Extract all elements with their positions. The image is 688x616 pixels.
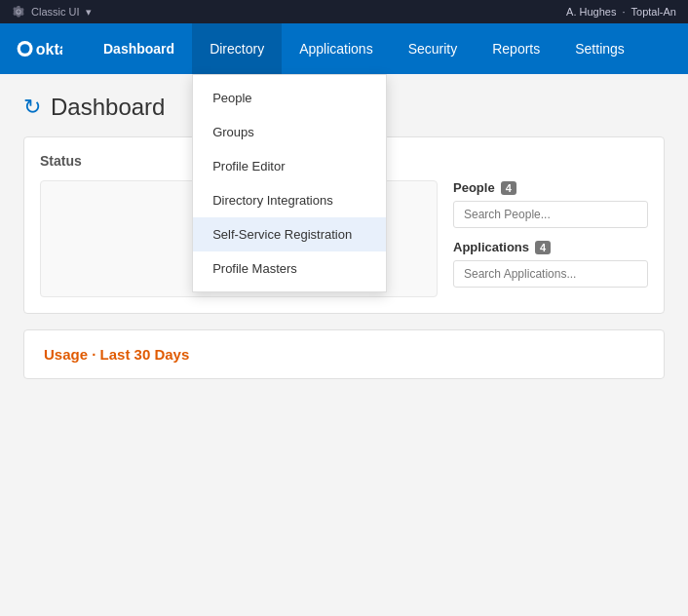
apps-search-input[interactable] xyxy=(453,260,648,288)
nav-links: Dashboard Directory People Groups Profil… xyxy=(86,23,642,74)
dropdown-profile-editor[interactable]: Profile Editor xyxy=(193,149,386,183)
people-search-input[interactable] xyxy=(453,201,648,228)
usage-label: Usage xyxy=(44,346,88,363)
usage-card: Usage · Last 30 Days xyxy=(23,329,665,379)
user-name: A. Hughes xyxy=(566,6,616,18)
nav-reports[interactable]: Reports xyxy=(475,23,557,74)
people-section: People 4 xyxy=(453,180,648,228)
dropdown-people[interactable]: People xyxy=(193,81,386,115)
okta-logo-svg: okta xyxy=(16,35,62,62)
nav-security[interactable]: Security xyxy=(391,23,476,74)
apps-section: Applications 4 xyxy=(453,240,648,288)
people-label: People xyxy=(453,180,495,195)
top-bar: Classic UI ▾ A. Hughes · Toptal-An xyxy=(0,0,688,23)
dropdown-self-service-registration[interactable]: Self-Service Registration xyxy=(193,217,386,251)
classic-ui-label: Classic UI xyxy=(31,6,80,18)
usage-sep: · xyxy=(92,346,99,363)
refresh-icon: ↻ xyxy=(23,95,41,120)
dropdown-groups[interactable]: Groups xyxy=(193,115,386,149)
nav-bar: okta Dashboard Directory People Groups P… xyxy=(0,23,688,74)
directory-dropdown-container: Directory People Groups Profile Editor D… xyxy=(192,23,282,74)
classic-ui-chevron: ▾ xyxy=(86,6,92,19)
nav-dashboard[interactable]: Dashboard xyxy=(86,23,192,74)
classic-ui-switcher[interactable]: Classic UI ▾ xyxy=(12,5,92,19)
apps-header: Applications 4 xyxy=(453,240,648,254)
status-right-panel: People 4 Applications 4 xyxy=(453,180,648,297)
gear-icon xyxy=(12,5,25,19)
svg-point-1 xyxy=(20,44,30,54)
svg-text:okta: okta xyxy=(36,41,62,58)
nav-applications[interactable]: Applications xyxy=(282,23,391,74)
directory-dropdown-menu: People Groups Profile Editor Directory I… xyxy=(192,74,387,292)
dropdown-profile-masters[interactable]: Profile Masters xyxy=(193,251,386,286)
people-header: People 4 xyxy=(453,180,648,195)
user-info: A. Hughes · Toptal-An xyxy=(566,6,676,18)
okta-logo[interactable]: okta xyxy=(16,35,62,62)
usage-title: Usage · Last 30 Days xyxy=(44,346,644,363)
dropdown-directory-integrations[interactable]: Directory Integrations xyxy=(193,183,386,217)
apps-count-badge: 4 xyxy=(535,241,551,254)
nav-settings[interactable]: Settings xyxy=(557,23,642,74)
usage-period: Last 30 Days xyxy=(100,346,190,363)
people-count-badge: 4 xyxy=(501,181,516,195)
apps-label: Applications xyxy=(453,240,529,254)
org-name: Toptal-An xyxy=(631,6,676,18)
separator: · xyxy=(622,6,625,18)
nav-directory[interactable]: Directory xyxy=(192,23,282,74)
